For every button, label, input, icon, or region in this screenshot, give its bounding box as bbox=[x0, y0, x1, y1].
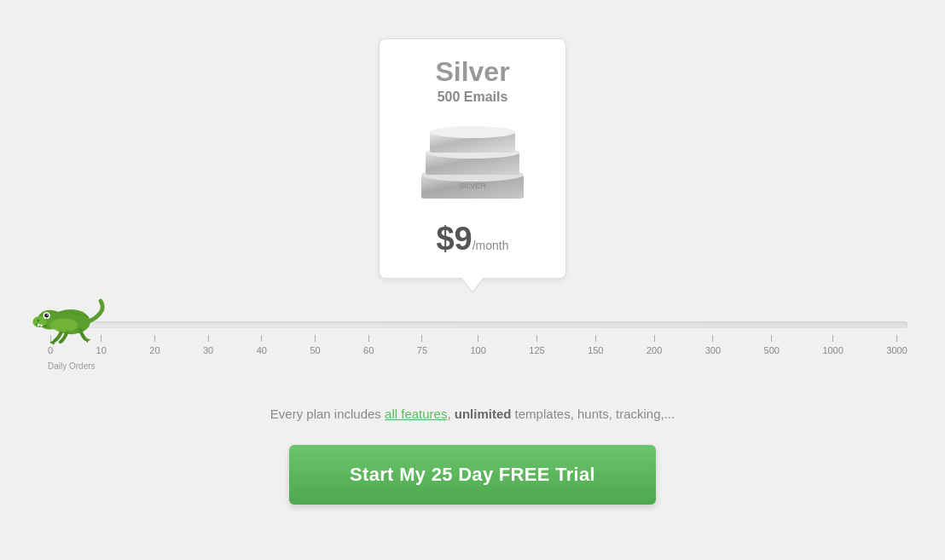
scale-label: 3000 bbox=[886, 345, 907, 355]
emails-label: Emails bbox=[464, 89, 508, 104]
scale-tick bbox=[712, 335, 713, 342]
scale-mark: 30 bbox=[203, 335, 213, 355]
svg-point-19 bbox=[50, 319, 78, 332]
scale-tick bbox=[421, 335, 422, 342]
scale-tick bbox=[654, 335, 655, 342]
gecko-mascot bbox=[29, 291, 106, 350]
scale-mark: 100 bbox=[471, 335, 486, 355]
scale-tick bbox=[478, 335, 478, 342]
scale-tick bbox=[315, 335, 316, 342]
scale-mark: 300 bbox=[705, 335, 721, 355]
scale-tick bbox=[536, 335, 537, 342]
plan-emails: 500 Emails bbox=[400, 89, 545, 105]
svg-point-15 bbox=[47, 315, 49, 316]
scale-tick bbox=[154, 335, 155, 342]
slider-wrapper bbox=[38, 321, 907, 328]
slider-track[interactable] bbox=[46, 321, 907, 328]
price-amount: $9 bbox=[436, 221, 472, 257]
plan-name: Silver bbox=[400, 56, 545, 88]
scale-label: 20 bbox=[149, 345, 159, 355]
scale-label: 300 bbox=[705, 345, 721, 355]
scale-mark: 150 bbox=[588, 335, 603, 355]
scale-mark: 3000 bbox=[886, 335, 907, 355]
scale-tick bbox=[595, 335, 596, 342]
scale-label: 125 bbox=[529, 345, 544, 355]
scale-container: 0102030405060751001251502003005001000300… bbox=[38, 335, 907, 355]
features-text-after: , bbox=[447, 407, 454, 421]
price-period: /month bbox=[472, 239, 509, 252]
all-features-link[interactable]: all features bbox=[385, 407, 447, 421]
emails-count: 500 bbox=[438, 89, 461, 104]
svg-rect-17 bbox=[38, 324, 39, 326]
svg-rect-18 bbox=[40, 325, 42, 326]
daily-orders-label: Daily Orders bbox=[38, 357, 907, 372]
scale-tick bbox=[771, 335, 772, 342]
features-bold: unlimited bbox=[455, 407, 512, 421]
scale-mark: 60 bbox=[363, 335, 374, 355]
features-text: Every plan includes all features, unlimi… bbox=[270, 407, 675, 421]
scale-mark: 40 bbox=[257, 335, 267, 355]
silver-illustration: SILVER bbox=[413, 115, 532, 209]
main-container: Silver 500 Emails SILVER bbox=[0, 21, 945, 539]
scale-mark: 500 bbox=[764, 335, 780, 355]
svg-point-14 bbox=[44, 314, 49, 318]
scale-mark: 125 bbox=[529, 335, 544, 355]
scale-tick bbox=[261, 335, 262, 342]
scale-mark: 50 bbox=[310, 335, 320, 355]
scale-mark: 1000 bbox=[822, 335, 843, 355]
features-text-end: templates, hunts, tracking,... bbox=[511, 407, 675, 421]
scale-label: 60 bbox=[363, 345, 374, 355]
scale-label: 150 bbox=[588, 345, 603, 355]
scale-label: 40 bbox=[257, 345, 267, 355]
scale-tick bbox=[208, 335, 209, 342]
silver-bars-svg: SILVER bbox=[413, 115, 532, 209]
scale-label: 200 bbox=[646, 345, 662, 355]
scale-mark: 200 bbox=[646, 335, 662, 355]
scale-mark: 75 bbox=[417, 335, 427, 355]
scale-tick bbox=[368, 335, 369, 342]
trial-cta-button[interactable]: Start My 25 Day FREE Trial bbox=[289, 445, 656, 505]
svg-point-16 bbox=[38, 320, 39, 321]
plan-price: $9/month bbox=[400, 221, 545, 257]
gecko-svg bbox=[29, 291, 106, 346]
scale-label: 50 bbox=[310, 345, 320, 355]
scale-tick bbox=[832, 335, 833, 342]
svg-point-9 bbox=[430, 126, 515, 138]
scale-label: 30 bbox=[203, 345, 213, 355]
scale-mark: 20 bbox=[149, 335, 159, 355]
features-text-before: Every plan includes bbox=[270, 407, 385, 421]
pricing-card: Silver 500 Emails SILVER bbox=[379, 38, 566, 279]
scale-label: 100 bbox=[471, 345, 486, 355]
slider-section: 0102030405060751001251502003005001000300… bbox=[38, 321, 907, 372]
scale-tick bbox=[896, 335, 897, 342]
svg-text:SILVER: SILVER bbox=[459, 182, 486, 190]
scale-label: 1000 bbox=[822, 345, 843, 355]
scale-label: 75 bbox=[417, 345, 427, 355]
scale-label: 500 bbox=[764, 345, 780, 355]
